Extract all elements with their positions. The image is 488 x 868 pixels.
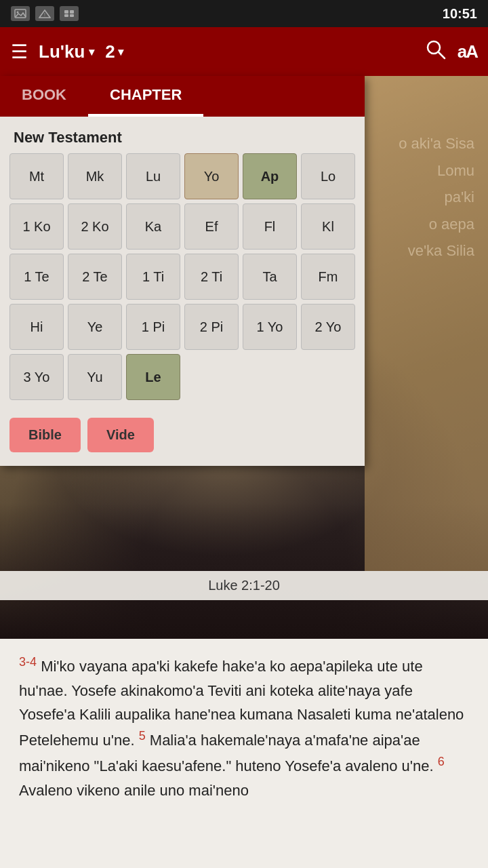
verse-text-6-start: Avaleno vikeno anile uno mai'neno (19, 782, 249, 799)
book-dropdown-arrow: ▾ (89, 45, 94, 58)
book-1te[interactable]: 1 Te (9, 254, 64, 300)
status-bar: ! 10:51 (0, 0, 488, 27)
book-name-label: Lu'ku (39, 41, 85, 62)
book-le[interactable]: Le (126, 354, 180, 400)
book-fm[interactable]: Fm (301, 254, 355, 300)
book-chapter-panel: BOOK CHAPTER New Testament Mt Mk Lu Yo A… (0, 76, 365, 466)
verse-ref-34: 3-4 (19, 655, 37, 669)
book-ye[interactable]: Ye (68, 304, 122, 350)
book-2te[interactable]: 2 Te (68, 254, 122, 300)
book-1pi[interactable]: 1 Pi (126, 304, 180, 350)
panel-backdrop (365, 76, 488, 571)
nav-bar: ☰ Lu'ku ▾ 2 ▾ aA (0, 27, 488, 76)
search-button[interactable] (425, 39, 447, 65)
image-caption: Luke 2:1-20 (0, 571, 488, 600)
menu-button[interactable]: ☰ (11, 41, 28, 63)
svg-rect-6 (64, 14, 68, 17)
book-yo[interactable]: Yo (184, 153, 239, 199)
svg-line-9 (439, 52, 445, 58)
book-1yo[interactable]: 1 Yo (243, 304, 297, 350)
status-time: 10:51 (443, 6, 477, 22)
book-2pi[interactable]: 2 Pi (184, 304, 239, 350)
tab-book[interactable]: BOOK (0, 76, 88, 117)
book-yu[interactable]: Yu (68, 354, 122, 400)
book-ap[interactable]: Ap (243, 153, 297, 199)
vide-button[interactable]: Vide (87, 418, 154, 452)
chapter-dropdown-arrow: ▾ (118, 45, 123, 58)
books-grid: Mt Mk Lu Yo Ap Lo 1 Ko 2 Ko Ka Ef Fl Kl … (0, 153, 365, 400)
testament-label: New Testament (0, 117, 365, 153)
chapter-button[interactable]: 2 ▾ (105, 41, 123, 62)
book-1ti[interactable]: 1 Ti (126, 254, 180, 300)
book-ta[interactable]: Ta (243, 254, 297, 300)
book-3yo[interactable]: 3 Yo (9, 354, 64, 400)
svg-rect-7 (70, 14, 74, 17)
book-mk[interactable]: Mk (68, 153, 122, 199)
book-mt[interactable]: Mt (9, 153, 64, 199)
alert-status-icon: ! (35, 6, 54, 21)
book-lo[interactable]: Lo (301, 153, 355, 199)
book-fl[interactable]: Fl (243, 203, 297, 250)
app-status-icon (60, 6, 79, 21)
content-area: 3-4 Mi'ko vayana apa'ki kakefe hake'a ko… (0, 639, 488, 816)
verse-ref-5: 5 (139, 729, 146, 743)
book-2yo[interactable]: 2 Yo (301, 304, 355, 350)
status-icons: ! (11, 6, 79, 21)
book-title-button[interactable]: Lu'ku ▾ (39, 41, 94, 62)
book-2ti[interactable]: 2 Ti (184, 254, 239, 300)
svg-rect-5 (70, 10, 74, 14)
verse-paragraph-34: 3-4 Mi'ko vayana apa'ki kakefe hake'a ko… (19, 652, 469, 802)
font-size-button[interactable]: aA (458, 41, 477, 62)
bible-button[interactable]: Bible (9, 418, 81, 452)
book-ef[interactable]: Ef (184, 203, 239, 250)
book-kl[interactable]: Kl (301, 203, 355, 250)
book-2ko[interactable]: 2 Ko (68, 203, 122, 250)
book-ka[interactable]: Ka (126, 203, 180, 250)
book-1ko[interactable]: 1 Ko (9, 203, 64, 250)
tab-chapter[interactable]: CHAPTER (88, 76, 203, 117)
action-buttons: Bible Vide (0, 407, 365, 455)
svg-point-1 (17, 12, 19, 14)
verse-ref-6: 6 (438, 755, 445, 768)
svg-rect-4 (64, 10, 68, 14)
image-status-icon (11, 6, 30, 21)
panel-tabs: BOOK CHAPTER (0, 76, 365, 117)
chapter-number-label: 2 (105, 41, 115, 62)
book-hi[interactable]: Hi (9, 304, 64, 350)
book-lu[interactable]: Lu (126, 153, 180, 199)
svg-text:!: ! (44, 12, 45, 17)
